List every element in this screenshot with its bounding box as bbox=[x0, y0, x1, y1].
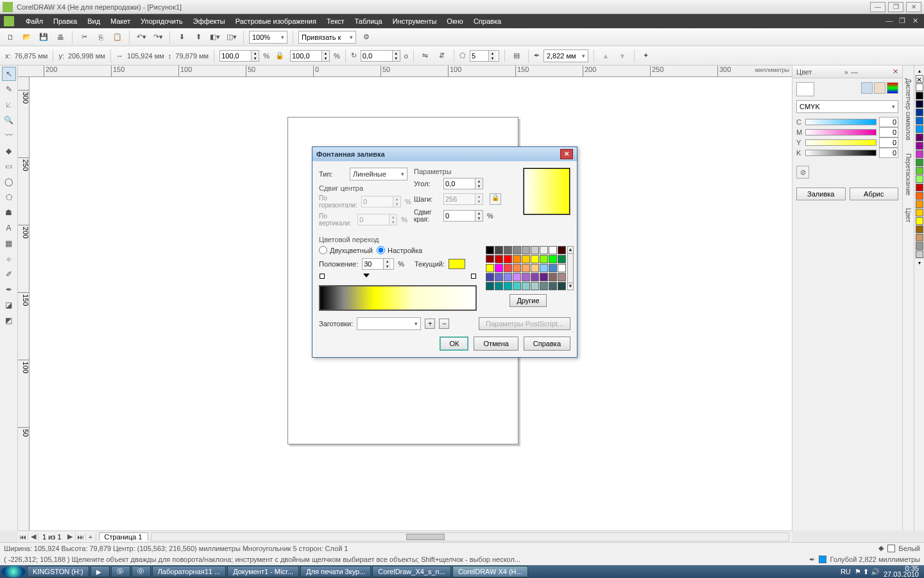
tray-icons[interactable]: ⚑ ⬆ 🔊 bbox=[855, 568, 880, 576]
swatch[interactable] bbox=[916, 217, 923, 225]
type-combo[interactable]: Линейные bbox=[350, 168, 407, 180]
color-model-combo[interactable]: CMYK bbox=[796, 100, 898, 113]
maximize-button[interactable]: ❐ bbox=[888, 2, 903, 12]
export-icon[interactable]: ⬆ bbox=[192, 31, 205, 44]
swatch[interactable] bbox=[916, 175, 923, 183]
page-prev[interactable]: ◀ bbox=[28, 532, 38, 541]
color-panel-title[interactable]: Цвет » — ✕ bbox=[792, 66, 902, 78]
options-icon[interactable]: ⚙ bbox=[360, 31, 373, 44]
palette-cell[interactable] bbox=[504, 246, 512, 254]
swatch[interactable] bbox=[916, 234, 923, 241]
page-last[interactable]: ⏭ bbox=[76, 533, 86, 541]
palette-cell[interactable] bbox=[495, 282, 503, 290]
freehand-tool[interactable]: 〰 bbox=[2, 128, 16, 143]
color-palette-icon[interactable] bbox=[887, 82, 898, 94]
docker-tab-symbols[interactable]: Диспетчер символов bbox=[905, 78, 912, 141]
palette-cell[interactable] bbox=[504, 273, 512, 281]
welcome-icon[interactable]: ◫▾ bbox=[225, 31, 238, 44]
palette-cell[interactable] bbox=[558, 273, 566, 281]
print-icon[interactable]: 🖶 bbox=[54, 31, 67, 44]
palette-cell[interactable] bbox=[531, 282, 539, 290]
menu-window[interactable]: Окно bbox=[441, 17, 468, 25]
custom-radio[interactable]: Настройка bbox=[377, 246, 422, 254]
redo-icon[interactable]: ↷▾ bbox=[151, 31, 164, 44]
menu-edit[interactable]: Правка bbox=[48, 17, 82, 25]
palette-cell[interactable] bbox=[522, 246, 530, 254]
mirror-h-icon[interactable]: ⇋ bbox=[419, 49, 432, 62]
minimize-button[interactable]: — bbox=[870, 2, 886, 12]
palette-cell[interactable] bbox=[504, 255, 512, 263]
palette-cell[interactable] bbox=[531, 273, 539, 281]
palette-cell[interactable] bbox=[513, 246, 521, 254]
basic-shapes-tool[interactable]: ☗ bbox=[2, 206, 16, 220]
swatch[interactable] bbox=[916, 150, 923, 158]
angle-dlg-spinner[interactable]: ▲▼ bbox=[443, 178, 483, 189]
palette-cell[interactable] bbox=[549, 246, 557, 254]
menu-view[interactable]: Вид bbox=[82, 17, 105, 25]
swatch-up-icon[interactable]: ▴ bbox=[918, 68, 921, 74]
to-front-icon[interactable]: ▲ bbox=[599, 49, 612, 62]
task-pdf[interactable]: CorelDraw_X4_s_n... bbox=[372, 566, 451, 577]
swatch[interactable] bbox=[916, 83, 923, 91]
palette-cell[interactable] bbox=[531, 246, 539, 254]
copy-icon[interactable]: ⎘ bbox=[94, 31, 107, 44]
crop-tool[interactable]: ⟀ bbox=[2, 98, 16, 112]
mdi-close[interactable]: ✕ bbox=[910, 17, 920, 26]
palette-cell[interactable] bbox=[558, 264, 566, 272]
no-color-icon[interactable]: ⊘ bbox=[796, 166, 809, 179]
scale-y-spinner[interactable]: ▲▼ bbox=[290, 50, 330, 62]
color-mode-icon[interactable] bbox=[861, 82, 873, 94]
page-next[interactable]: ▶ bbox=[65, 532, 76, 541]
swatch[interactable] bbox=[916, 117, 923, 125]
channel-input-C[interactable] bbox=[879, 117, 898, 127]
menu-bitmaps[interactable]: Растровые изображения bbox=[230, 17, 321, 25]
swatch[interactable] bbox=[916, 125, 923, 133]
mdi-minimize[interactable]: — bbox=[884, 17, 894, 26]
channel-input-Y[interactable] bbox=[879, 137, 898, 148]
palette-cell[interactable] bbox=[558, 255, 566, 263]
task-wmp[interactable]: ▶ bbox=[90, 566, 110, 577]
start-button[interactable] bbox=[1, 566, 26, 577]
palette-cell[interactable] bbox=[522, 282, 530, 290]
fill-swatch[interactable] bbox=[887, 545, 895, 552]
swatch-down-icon[interactable]: ▾ bbox=[918, 260, 921, 266]
text-tool[interactable]: A bbox=[2, 221, 16, 235]
palette-cell[interactable] bbox=[513, 255, 521, 263]
swatch[interactable] bbox=[916, 92, 923, 100]
color-blend-icon[interactable] bbox=[874, 82, 886, 94]
palette-cell[interactable] bbox=[540, 273, 548, 281]
ok-button[interactable]: ОК bbox=[440, 337, 468, 351]
palette-cell[interactable] bbox=[549, 282, 557, 290]
palette-cell[interactable] bbox=[486, 282, 494, 290]
channel-slider-C[interactable] bbox=[805, 119, 877, 125]
swatch[interactable] bbox=[916, 209, 923, 216]
lock-ratio-icon[interactable]: 🔒 bbox=[273, 49, 286, 62]
palette-cell[interactable] bbox=[486, 246, 494, 254]
scale-x-spinner[interactable]: ▲▼ bbox=[219, 50, 259, 62]
preset-remove[interactable]: − bbox=[439, 319, 449, 329]
palette-cell[interactable] bbox=[522, 255, 530, 263]
palette-cell[interactable] bbox=[558, 246, 566, 254]
swatch[interactable] bbox=[916, 242, 923, 250]
to-back-icon[interactable]: ▼ bbox=[616, 49, 629, 62]
palette-scroll-up[interactable]: ▲ bbox=[567, 246, 574, 254]
swatch[interactable] bbox=[916, 100, 923, 108]
sides-spinner[interactable]: ▲▼ bbox=[470, 50, 499, 62]
palette-cell[interactable] bbox=[504, 264, 512, 272]
app-menu-icon[interactable] bbox=[4, 16, 14, 26]
channel-slider-K[interactable] bbox=[805, 150, 877, 156]
paste-icon[interactable]: 📋 bbox=[111, 31, 124, 44]
outline-width-combo[interactable]: 2,822 мм bbox=[543, 49, 588, 62]
task-kingston[interactable]: KINGSTON (H:) bbox=[27, 566, 89, 577]
menu-layout[interactable]: Макет bbox=[105, 17, 135, 25]
palette-cell[interactable] bbox=[540, 255, 548, 263]
outline-tool[interactable]: ✒ bbox=[2, 283, 16, 297]
page-tab-1[interactable]: Страница 1 bbox=[99, 532, 148, 541]
steps-lock-icon[interactable]: 🔒 bbox=[490, 193, 501, 205]
panel-min-icon[interactable]: — bbox=[851, 68, 858, 76]
dialog-close-icon[interactable]: ✕ bbox=[560, 149, 573, 159]
menu-text[interactable]: Текст bbox=[321, 17, 350, 25]
save-icon[interactable]: 💾 bbox=[37, 31, 50, 44]
palette-scrollbar[interactable] bbox=[567, 254, 574, 283]
swatch[interactable] bbox=[916, 192, 923, 200]
